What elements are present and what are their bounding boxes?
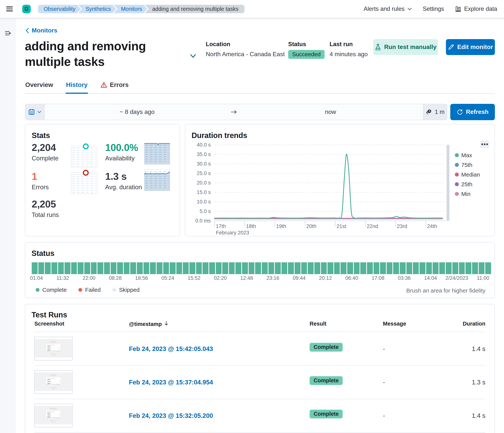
status-block[interactable] (235, 262, 241, 274)
status-block[interactable] (32, 262, 38, 274)
expand-sidebar-icon[interactable] (4, 30, 11, 37)
status-block[interactable] (255, 262, 261, 274)
status-block[interactable] (111, 262, 117, 274)
screenshot-thumbnail-image[interactable]: todos Task 1 Task 3 × Task 4 3 items lef… (34, 404, 72, 427)
status-block[interactable] (288, 262, 294, 274)
status-block[interactable] (97, 262, 103, 274)
status-block[interactable] (38, 262, 44, 274)
status-block[interactable] (45, 262, 51, 274)
legend-item-max[interactable]: Max (455, 152, 480, 159)
status-block[interactable] (301, 262, 307, 274)
status-block[interactable] (104, 262, 110, 274)
status-block[interactable] (479, 262, 485, 274)
status-block[interactable] (269, 262, 274, 274)
tab-errors[interactable]: Errors (100, 79, 129, 93)
status-block[interactable] (281, 262, 288, 274)
space-avatar[interactable]: D (22, 5, 31, 13)
status-block[interactable] (196, 262, 202, 274)
status-block[interactable] (137, 262, 143, 274)
status-block[interactable] (163, 262, 169, 274)
status-block[interactable] (387, 262, 393, 274)
status-block[interactable] (222, 262, 228, 274)
date-end-input[interactable]: now (238, 104, 423, 120)
status-block[interactable] (367, 262, 373, 274)
status-block[interactable] (189, 262, 195, 274)
status-block[interactable] (150, 262, 156, 274)
status-block[interactable] (124, 262, 130, 274)
breadcrumb-monitors[interactable]: Monitors (114, 5, 147, 13)
status-block[interactable] (78, 262, 83, 274)
refresh-button[interactable]: Refresh (450, 104, 495, 120)
status-block[interactable] (374, 262, 379, 274)
date-start-input[interactable]: ~ 8 days ago (45, 104, 230, 120)
status-block[interactable] (64, 262, 71, 274)
status-block[interactable] (341, 262, 346, 274)
status-block[interactable] (275, 262, 281, 274)
alerts-and-rules-menu[interactable]: Alerts and rules (364, 6, 412, 12)
settings-link[interactable]: Settings (423, 6, 444, 12)
status-legend-item-complete[interactable]: Complete (36, 287, 67, 293)
status-block[interactable] (413, 262, 419, 274)
back-to-monitors-link[interactable]: Monitors (25, 27, 57, 34)
breadcrumb-synthetics[interactable]: Synthetics (78, 5, 116, 13)
status-legend-item-skipped[interactable]: Skipped (112, 287, 140, 293)
status-block[interactable] (117, 262, 123, 274)
status-block[interactable] (327, 262, 333, 274)
legend-item-25th[interactable]: 25th (455, 181, 480, 188)
status-history-chart[interactable] (32, 262, 491, 274)
status-block[interactable] (360, 262, 366, 274)
edit-monitor-button[interactable]: Edit monitor (446, 39, 495, 55)
breadcrumb-observability[interactable]: Observability (38, 5, 81, 13)
column-header-timestamp[interactable]: @timestamp (129, 321, 169, 327)
status-block[interactable] (51, 262, 57, 274)
status-block[interactable] (426, 262, 432, 274)
status-block[interactable] (393, 262, 399, 274)
status-block[interactable] (334, 262, 340, 274)
status-block[interactable] (466, 262, 471, 274)
status-block[interactable] (91, 262, 97, 274)
chart-options-icon[interactable] (480, 140, 489, 148)
status-block[interactable] (242, 262, 248, 274)
tab-overview[interactable]: Overview (25, 79, 54, 93)
status-block[interactable] (459, 262, 465, 274)
status-block[interactable] (262, 262, 268, 274)
status-legend-item-failed[interactable]: Failed (78, 287, 101, 293)
legend-item-75th[interactable]: 75th (455, 162, 480, 168)
status-block[interactable] (84, 262, 90, 274)
status-block[interactable] (452, 262, 458, 274)
status-block[interactable] (400, 262, 406, 274)
legend-item-median[interactable]: Median (455, 171, 480, 178)
status-block[interactable] (308, 262, 314, 274)
status-block[interactable] (406, 262, 412, 274)
status-block[interactable] (71, 262, 77, 274)
status-block[interactable] (216, 262, 222, 274)
status-block[interactable] (314, 262, 320, 274)
status-block[interactable] (354, 262, 360, 274)
status-block[interactable] (295, 262, 300, 274)
status-block[interactable] (58, 262, 64, 274)
status-block[interactable] (209, 262, 215, 274)
status-block[interactable] (446, 262, 452, 274)
quick-select-button[interactable] (25, 104, 45, 120)
run-test-manually-button[interactable]: Run test manually (373, 39, 438, 55)
monitor-select-chevron-icon[interactable] (189, 53, 197, 60)
status-block[interactable] (472, 262, 478, 274)
status-block[interactable] (380, 262, 386, 274)
status-block[interactable] (321, 262, 327, 274)
status-block[interactable] (170, 262, 176, 274)
test-run-timestamp-link[interactable]: Feb 24, 2023 @ 15:37:04.954 (129, 379, 213, 386)
status-block[interactable] (249, 262, 255, 274)
screenshot-thumbnail-image[interactable]: todos Task 1 Task 3 × Task 4 3 items lef… (34, 337, 72, 361)
status-block[interactable] (420, 262, 425, 274)
status-block[interactable] (347, 262, 353, 274)
tab-history[interactable]: History (66, 79, 88, 93)
test-run-timestamp-link[interactable]: Feb 24, 2023 @ 15:32:05.200 (129, 412, 213, 419)
status-block[interactable] (485, 262, 491, 274)
status-block[interactable] (229, 262, 235, 274)
refresh-interval-button[interactable]: 1 m (423, 104, 447, 120)
status-block[interactable] (439, 262, 445, 274)
status-block[interactable] (157, 262, 162, 274)
status-block[interactable] (176, 262, 182, 274)
status-block[interactable] (433, 262, 439, 274)
screenshot-thumbnail-image[interactable]: todos Task 1 Task 3 × Task 4 3 items lef… (34, 370, 72, 394)
